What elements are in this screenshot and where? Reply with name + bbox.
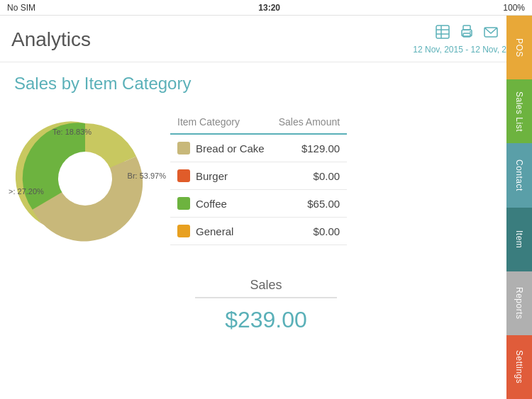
chart-label-co: >: 27.20% [9,187,44,196]
print-icon[interactable] [435,24,450,43]
category-table: Item Category Sales Amount Bread or Cake… [170,112,347,245]
export-icon[interactable] [459,24,475,43]
color-swatch [177,169,190,182]
app-container: Analytics [0,16,532,399]
date-range: 12 Nov, 2015 - 12 Nov, 2015 [413,45,521,55]
status-right: 100% [503,3,525,13]
amount-cell: $65.00 [272,190,347,218]
svg-rect-0 [436,26,449,38]
category-name: Burger [196,170,228,182]
svg-rect-6 [463,33,470,37]
chart-label-te: Te: 18.83% [52,128,92,136]
sidebar: POSSales ListContactItemReportsSettings [506,16,532,399]
time-label: 13:20 [258,3,280,13]
sidebar-item-contact[interactable]: Contact [506,143,532,207]
header-actions: 12 Nov, 2015 - 12 Nov, 2015 [413,24,521,55]
sidebar-item-item[interactable]: Item [506,208,532,271]
sales-total-section: Sales $239.00 [14,271,518,333]
table-row: Burger $0.00 [170,162,347,190]
sidebar-item-reports[interactable]: Reports [506,271,532,335]
category-name: Coffee [196,198,227,210]
svg-rect-5 [463,26,470,30]
svg-point-7 [470,31,471,33]
section-title: Sales by Item Category [14,74,518,94]
header: Analytics [0,16,532,62]
category-cell: Coffee [170,190,272,218]
status-bar: No SIM 13:20 100% [0,0,532,16]
color-swatch [177,142,190,154]
category-cell: Burger [170,162,272,190]
sales-label: Sales [195,278,337,298]
category-cell: General [170,218,272,245]
col-category: Item Category [170,112,272,134]
chart-table-row: Te: 18.83% Br: 53.97% >: 27.20% Item Cat… [14,108,518,249]
page-content: Sales by Item Category [0,62,532,344]
table-row: Bread or Cake $129.00 [170,134,347,162]
category-cell: Bread or Cake [170,134,272,162]
page-title: Analytics [11,28,91,51]
sidebar-item-pos[interactable]: POS [506,16,532,79]
sidebar-item-settings[interactable]: Settings [506,335,532,399]
category-name: General [196,225,233,237]
col-amount: Sales Amount [272,112,347,134]
amount-cell: $0.00 [272,162,347,190]
table-container: Item Category Sales Amount Bread or Cake… [170,112,518,245]
color-swatch [177,197,190,210]
color-swatch [177,225,190,237]
chart-label-br: Br: 53.97% [128,172,166,180]
battery-label: 100% [503,3,525,13]
sidebar-item-sales-list[interactable]: Sales List [506,79,532,143]
sales-amount: $239.00 [14,307,518,333]
donut-chart: Te: 18.83% Br: 53.97% >: 27.20% [14,108,156,249]
svg-point-9 [58,152,112,206]
carrier-label: No SIM [7,3,35,13]
main-content: Analytics [0,16,532,399]
amount-cell: $129.00 [272,134,347,162]
category-name: Bread or Cake [196,142,265,154]
icon-group: 12 Nov, 2015 - 12 Nov, 2015 [413,24,521,55]
email-icon[interactable] [483,24,499,43]
table-row: General $0.00 [170,218,347,245]
table-row: Coffee $65.00 [170,190,347,218]
amount-cell: $0.00 [272,218,347,245]
